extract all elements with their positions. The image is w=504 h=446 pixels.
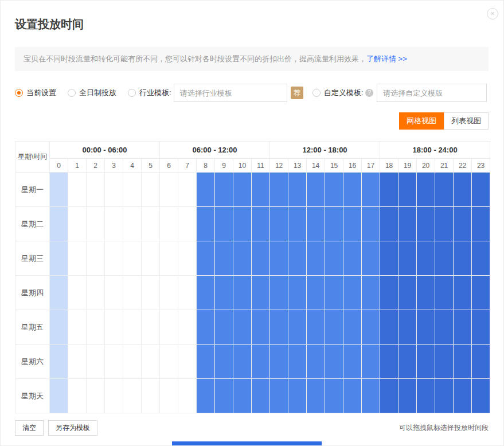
schedule-cell[interactable] (325, 173, 343, 207)
confirm-button-partial[interactable] (172, 441, 322, 445)
radio-industry-template[interactable]: 行业模板: (128, 88, 171, 98)
schedule-cell[interactable] (307, 207, 325, 241)
schedule-cell[interactable] (215, 241, 233, 276)
schedule-cell[interactable] (68, 276, 87, 310)
schedule-cell[interactable] (178, 241, 197, 276)
schedule-cell[interactable] (87, 379, 105, 413)
schedule-cell[interactable] (142, 241, 160, 276)
schedule-cell[interactable] (417, 173, 435, 207)
schedule-cell[interactable] (325, 241, 343, 276)
schedule-cell[interactable] (197, 207, 215, 241)
schedule-cell[interactable] (472, 207, 490, 241)
schedule-cell[interactable] (270, 241, 288, 276)
schedule-cell[interactable] (398, 207, 417, 241)
schedule-cell[interactable] (87, 173, 105, 207)
schedule-cell[interactable] (105, 345, 123, 379)
help-icon[interactable]: ? (365, 89, 373, 97)
schedule-cell[interactable] (105, 241, 123, 276)
schedule-cell[interactable] (197, 345, 215, 379)
close-icon[interactable]: × (487, 8, 498, 19)
schedule-cell[interactable] (68, 379, 87, 413)
schedule-cell[interactable] (343, 173, 362, 207)
schedule-cell[interactable] (454, 310, 472, 345)
schedule-cell[interactable] (472, 173, 490, 207)
schedule-cell[interactable] (50, 207, 68, 241)
schedule-cell[interactable] (343, 241, 362, 276)
schedule-cell[interactable] (435, 207, 454, 241)
schedule-cell[interactable] (270, 276, 288, 310)
schedule-cell[interactable] (68, 345, 87, 379)
schedule-cell[interactable] (123, 276, 142, 310)
schedule-cell[interactable] (123, 173, 142, 207)
schedule-cell[interactable] (160, 207, 178, 241)
schedule-cell[interactable] (435, 379, 454, 413)
schedule-cell[interactable] (215, 310, 233, 345)
schedule-cell[interactable] (215, 345, 233, 379)
schedule-cell[interactable] (435, 276, 454, 310)
schedule-cell[interactable] (178, 345, 197, 379)
schedule-cell[interactable] (142, 276, 160, 310)
schedule-cell[interactable] (160, 173, 178, 207)
schedule-cell[interactable] (454, 345, 472, 379)
schedule-cell[interactable] (362, 345, 380, 379)
schedule-cell[interactable] (472, 345, 490, 379)
schedule-cell[interactable] (325, 310, 343, 345)
schedule-cell[interactable] (398, 276, 417, 310)
radio-custom-template[interactable]: 自定义模板: (312, 88, 364, 98)
schedule-cell[interactable] (197, 241, 215, 276)
schedule-cell[interactable] (454, 173, 472, 207)
schedule-cell[interactable] (252, 310, 270, 345)
schedule-cell[interactable] (325, 276, 343, 310)
schedule-cell[interactable] (417, 345, 435, 379)
schedule-cell[interactable] (417, 241, 435, 276)
schedule-cell[interactable] (142, 207, 160, 241)
schedule-cell[interactable] (178, 310, 197, 345)
schedule-cell[interactable] (105, 276, 123, 310)
schedule-cell[interactable] (178, 379, 197, 413)
industry-template-input[interactable] (174, 84, 287, 102)
schedule-cell[interactable] (105, 207, 123, 241)
schedule-cell[interactable] (215, 207, 233, 241)
schedule-cell[interactable] (123, 310, 142, 345)
schedule-cell[interactable] (142, 345, 160, 379)
schedule-cell[interactable] (325, 207, 343, 241)
schedule-cell[interactable] (105, 173, 123, 207)
radio-fullday[interactable]: 全日制投放 (68, 88, 116, 98)
schedule-cell[interactable] (160, 276, 178, 310)
schedule-cell[interactable] (252, 173, 270, 207)
schedule-cell[interactable] (288, 173, 307, 207)
schedule-cell[interactable] (307, 379, 325, 413)
schedule-cell[interactable] (307, 310, 325, 345)
schedule-cell[interactable] (380, 207, 398, 241)
schedule-cell[interactable] (68, 310, 87, 345)
schedule-cell[interactable] (197, 276, 215, 310)
schedule-cell[interactable] (398, 345, 417, 379)
clear-button[interactable]: 清空 (15, 420, 44, 436)
schedule-cell[interactable] (123, 207, 142, 241)
schedule-cell[interactable] (454, 379, 472, 413)
schedule-cell[interactable] (270, 207, 288, 241)
schedule-cell[interactable] (288, 345, 307, 379)
schedule-cell[interactable] (233, 241, 252, 276)
schedule-cell[interactable] (87, 241, 105, 276)
schedule-cell[interactable] (435, 310, 454, 345)
schedule-cell[interactable] (142, 379, 160, 413)
schedule-cell[interactable] (472, 379, 490, 413)
schedule-cell[interactable] (362, 379, 380, 413)
schedule-cell[interactable] (417, 207, 435, 241)
schedule-cell[interactable] (343, 379, 362, 413)
schedule-cell[interactable] (87, 207, 105, 241)
schedule-cell[interactable] (160, 379, 178, 413)
learn-more-link[interactable]: 了解详情 >> (366, 54, 407, 63)
schedule-cell[interactable] (87, 345, 105, 379)
schedule-cell[interactable] (178, 173, 197, 207)
schedule-cell[interactable] (68, 207, 87, 241)
schedule-cell[interactable] (233, 310, 252, 345)
radio-current-setting[interactable]: 当前设置 (15, 88, 56, 98)
schedule-cell[interactable] (178, 276, 197, 310)
schedule-cell[interactable] (197, 173, 215, 207)
schedule-cell[interactable] (123, 379, 142, 413)
schedule-cell[interactable] (105, 379, 123, 413)
schedule-cell[interactable] (50, 276, 68, 310)
schedule-cell[interactable] (50, 310, 68, 345)
